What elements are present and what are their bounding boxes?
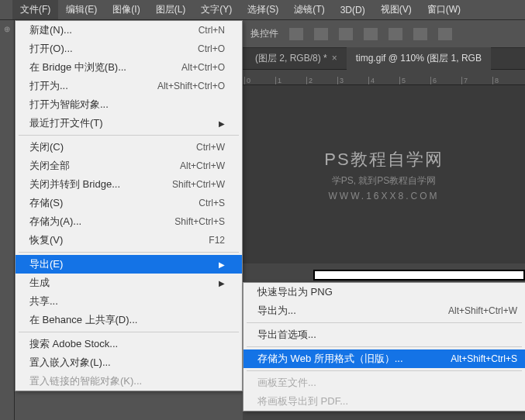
menu-item-shortcut: Alt+Ctrl+W: [180, 160, 225, 171]
menu-item-shortcut: Alt+Shift+Ctrl+O: [157, 81, 225, 91]
menu-item-shortcut: Ctrl+W: [196, 142, 225, 153]
file-menu-item[interactable]: 共享...: [16, 292, 242, 311]
align-icon[interactable]: [289, 28, 303, 40]
menu-item-label: 共享...: [29, 294, 225, 308]
file-menu-item[interactable]: 打开为...Alt+Shift+Ctrl+O: [16, 77, 242, 95]
menu-type[interactable]: 文字(Y): [193, 0, 240, 19]
file-menu-item[interactable]: 在 Behance 上共享(D)...: [16, 311, 242, 329]
file-menu-item[interactable]: 在 Bridge 中浏览(B)...Alt+Ctrl+O: [16, 58, 242, 77]
tool-icon[interactable]: ⊕: [0, 25, 14, 33]
align-icon[interactable]: [389, 28, 402, 40]
export-submenu-item[interactable]: 存储为 Web 所用格式（旧版）...Alt+Shift+Ctrl+S: [244, 349, 525, 368]
menu-select[interactable]: 选择(S): [240, 0, 286, 19]
align-icon[interactable]: [314, 28, 328, 40]
file-menu-item[interactable]: 新建(N)...Ctrl+N: [16, 21, 242, 40]
menu-separator: [247, 346, 522, 347]
menu-item-shortcut: Shift+Ctrl+S: [174, 216, 225, 227]
options-label: 换控件: [250, 27, 278, 40]
left-tool-strip: ⊕: [0, 20, 15, 420]
submenu-item-label: 存储为 Web 所用格式（旧版）...: [257, 352, 451, 366]
menu-separator: [19, 332, 239, 332]
menu-item-label: 存储为(A)...: [29, 215, 174, 229]
file-menu-item[interactable]: 存储为(A)...Shift+Ctrl+S: [16, 212, 242, 231]
document-tabs: (图层 2, RGB/8) *× timg.gif @ 110% (图层 1, …: [243, 48, 525, 70]
submenu-item-label: 画板至文件...: [257, 376, 517, 390]
export-submenu-item[interactable]: 快速导出为 PNG: [244, 283, 525, 301]
horizontal-ruler: 012345678: [243, 70, 525, 85]
file-menu-item[interactable]: 打开为智能对象...: [16, 95, 242, 114]
submenu-arrow-icon: ▶: [219, 279, 225, 287]
submenu-arrow-icon: ▶: [219, 260, 225, 269]
file-menu-item[interactable]: 置入嵌入对象(L)...: [16, 353, 242, 372]
options-bar: 换控件: [243, 20, 525, 48]
menu-filter[interactable]: 滤镜(T): [286, 0, 332, 19]
menu-item-shortcut: Alt+Ctrl+O: [181, 62, 225, 73]
menu-item-label: 恢复(V): [29, 233, 209, 247]
menu-item-label: 导出(E): [29, 257, 214, 271]
submenu-item-shortcut: Alt+Shift+Ctrl+W: [448, 305, 517, 316]
menu-3d[interactable]: 3D(D): [333, 2, 373, 19]
file-menu-item[interactable]: 关闭(C)Ctrl+W: [16, 138, 242, 157]
menu-item-label: 存储(S): [29, 196, 199, 210]
file-menu-item[interactable]: 存储(S)Ctrl+S: [16, 194, 242, 212]
watermark-title: PS教程自学网: [324, 148, 443, 171]
file-menu-item[interactable]: 关闭并转到 Bridge...Shift+Ctrl+W: [16, 175, 242, 194]
menu-file[interactable]: 文件(F): [12, 0, 58, 19]
menu-separator: [247, 322, 522, 323]
file-menu-item[interactable]: 置入链接的智能对象(K)...: [16, 372, 242, 391]
menu-item-label: 打开为智能对象...: [29, 98, 225, 112]
menu-item-label: 生成: [29, 276, 214, 290]
export-submenu-item[interactable]: 画板至文件...: [244, 374, 525, 392]
file-menu-item[interactable]: 打开(O)...Ctrl+O: [16, 40, 242, 58]
doc-tab[interactable]: timg.gif @ 110% (图层 1, RGB: [347, 47, 491, 70]
align-icon[interactable]: [339, 28, 353, 40]
file-menu-item[interactable]: 生成▶: [16, 274, 242, 292]
menu-item-label: 最近打开文件(T): [29, 116, 214, 130]
submenu-item-shortcut: Alt+Shift+Ctrl+S: [451, 353, 517, 364]
menu-item-label: 在 Behance 上共享(D)...: [29, 313, 225, 327]
menu-item-shortcut: F12: [209, 235, 225, 246]
file-menu-item[interactable]: 搜索 Adobe Stock...: [16, 335, 242, 353]
menu-item-label: 搜索 Adobe Stock...: [29, 337, 225, 351]
menu-item-label: 置入链接的智能对象(K)...: [29, 374, 225, 388]
file-menu-item[interactable]: 导出(E)▶: [16, 255, 242, 274]
export-submenu-item[interactable]: 导出首选项...: [244, 325, 525, 344]
export-submenu-item[interactable]: 将画板导出到 PDF...: [244, 392, 525, 411]
file-menu-item[interactable]: 最近打开文件(T)▶: [16, 114, 242, 133]
watermark-url: WWW.16XX8.COM: [328, 191, 439, 201]
doc-tab[interactable]: (图层 2, RGB/8) *×: [246, 47, 347, 70]
close-icon[interactable]: ×: [332, 53, 337, 64]
export-submenu-item[interactable]: 导出为...Alt+Shift+Ctrl+W: [244, 301, 525, 320]
menu-image[interactable]: 图像(I): [105, 0, 147, 19]
menu-layer[interactable]: 图层(L): [148, 0, 194, 19]
menu-item-label: 关闭并转到 Bridge...: [29, 177, 172, 191]
menu-item-shortcut: Ctrl+O: [198, 43, 225, 54]
menu-item-label: 置入嵌入对象(L)...: [29, 356, 225, 370]
menu-view[interactable]: 视图(V): [373, 0, 420, 19]
menu-item-label: 打开为...: [29, 79, 157, 93]
menu-item-label: 关闭(C): [29, 140, 196, 154]
menu-item-shortcut: Ctrl+S: [199, 198, 225, 208]
more-icon[interactable]: [438, 28, 452, 40]
menubar: 文件(F) 编辑(E) 图像(I) 图层(L) 文字(Y) 选择(S) 滤镜(T…: [0, 0, 525, 20]
menu-window[interactable]: 窗口(W): [420, 0, 468, 19]
menu-item-label: 打开(O)...: [29, 42, 198, 56]
file-menu-item[interactable]: 恢复(V)F12: [16, 231, 242, 250]
submenu-item-label: 导出首选项...: [257, 328, 517, 342]
submenu-item-label: 导出为...: [257, 304, 448, 318]
menu-separator: [19, 252, 239, 253]
submenu-arrow-icon: ▶: [219, 119, 225, 128]
submenu-item-label: 将画板导出到 PDF...: [257, 394, 517, 408]
export-submenu: 快速导出为 PNG导出为...Alt+Shift+Ctrl+W导出首选项...存…: [243, 282, 525, 411]
menu-item-shortcut: Shift+Ctrl+W: [172, 179, 225, 190]
watermark-subtitle: 学PS, 就到PS教程自学网: [332, 174, 437, 188]
align-icon[interactable]: [364, 28, 378, 40]
menu-edit[interactable]: 编辑(E): [58, 0, 105, 19]
menu-item-label: 新建(N)...: [29, 23, 199, 37]
align-icon[interactable]: [413, 28, 427, 40]
file-menu-item[interactable]: 关闭全部Alt+Ctrl+W: [16, 157, 242, 175]
submenu-item-label: 快速导出为 PNG: [257, 285, 517, 299]
menu-item-label: 关闭全部: [29, 159, 180, 173]
canvas-area[interactable]: PS教程自学网 学PS, 就到PS教程自学网 WWW.16XX8.COM: [243, 85, 525, 263]
menu-separator: [19, 135, 239, 136]
